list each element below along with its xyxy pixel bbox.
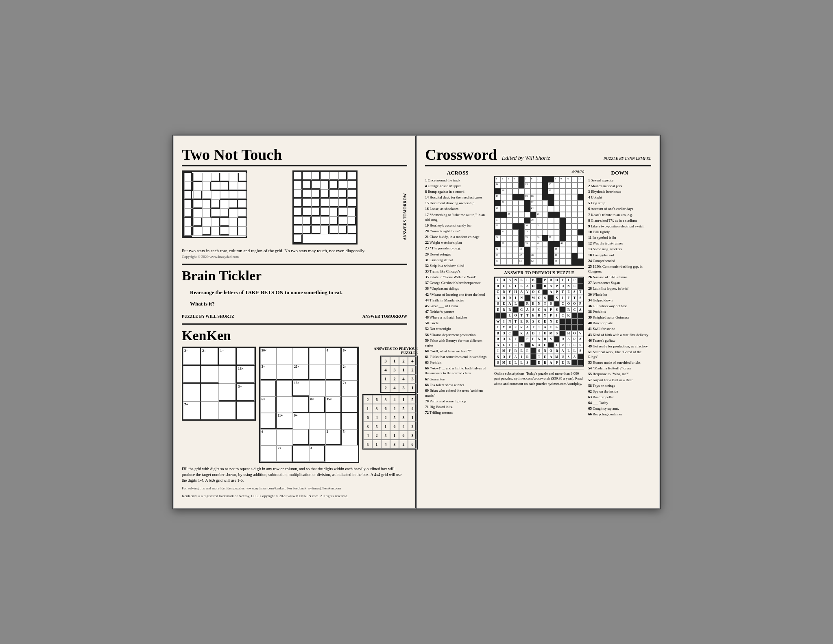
cell-11-8[interactable] [542,241,548,247]
cell-4-7[interactable] [536,200,542,206]
cell-7-14[interactable] [578,218,583,223]
cell-5-14[interactable] [578,206,583,212]
cell-9-14[interactable] [578,229,583,235]
cell-13-3[interactable] [512,253,518,259]
cell-12-5[interactable] [524,247,530,253]
cell-2-11[interactable] [560,188,565,194]
cell-7-5[interactable] [524,218,530,223]
cell-10-6[interactable] [530,235,536,241]
cell-8-5[interactable]: 30 [524,223,530,229]
cell-4-1[interactable]: 21 [501,200,506,206]
cell-14-14[interactable] [578,259,583,264]
cell-2-2[interactable] [507,188,512,194]
cell-4-14[interactable] [578,200,583,206]
cell-13-13[interactable] [571,253,577,259]
cell-0-5[interactable]: 5 [524,177,530,182]
cell-9-2[interactable] [507,229,512,235]
cell-9-9[interactable] [548,229,554,235]
cell-0-6[interactable]: 6 [530,177,536,182]
cell-3-1[interactable] [501,194,506,200]
cell-1-9[interactable]: 15 [548,182,554,188]
cell-6-0[interactable] [495,212,501,218]
cell-5-5[interactable] [524,206,530,212]
cell-0-0[interactable]: 1 [495,177,501,182]
cell-13-7[interactable] [536,253,542,259]
cell-8-14[interactable] [578,223,583,229]
cell-1-8[interactable] [542,182,548,188]
cell-11-12[interactable] [566,241,571,247]
cell-4-9[interactable] [548,200,554,206]
cell-1-12[interactable] [566,182,571,188]
cell-10-2[interactable] [507,235,512,241]
cell-0-13[interactable]: 11 [571,177,577,182]
cell-11-5[interactable]: 39 [524,241,530,247]
cell-12-11[interactable] [560,247,565,253]
cell-13-4[interactable]: 47 [519,253,524,259]
cell-12-8[interactable] [542,247,548,253]
cell-3-3[interactable] [512,194,518,200]
cell-0-3[interactable]: 4 [512,177,518,182]
cell-14-8[interactable] [542,259,548,264]
cell-6-13[interactable] [571,212,577,218]
cell-8-4[interactable] [519,223,524,229]
cell-7-2[interactable] [507,218,512,223]
cell-10-11[interactable] [560,235,565,241]
cell-7-1[interactable] [501,218,506,223]
cell-14-9[interactable] [548,259,554,264]
cell-5-10[interactable] [554,206,560,212]
cell-3-9[interactable] [548,194,554,200]
cell-2-6[interactable] [530,188,536,194]
cell-1-10[interactable] [554,182,560,188]
cell-9-12[interactable] [566,229,571,235]
cell-3-5[interactable]: 19 [524,194,530,200]
cell-14-1[interactable] [501,259,506,264]
cell-0-7[interactable]: 7 [536,177,542,182]
cell-12-0[interactable]: 42 [495,247,501,253]
cell-9-10[interactable] [554,229,560,235]
cell-5-1[interactable] [501,206,506,212]
cell-2-5[interactable] [524,188,530,194]
cell-8-10[interactable] [554,223,560,229]
cell-5-0[interactable]: 23 [495,206,501,212]
cell-11-6[interactable] [530,241,536,247]
cell-11-14[interactable] [578,241,583,247]
cell-6-12[interactable] [566,212,571,218]
cell-7-7[interactable] [536,218,542,223]
cell-7-0[interactable]: 27 [495,218,501,223]
cell-6-2[interactable]: 25 [507,212,512,218]
cell-14-4[interactable]: 51 [519,259,524,264]
cell-1-6[interactable] [530,182,536,188]
cell-1-2[interactable] [507,182,512,188]
cell-0-1[interactable]: 2 [501,177,506,182]
cell-5-8[interactable] [542,206,548,212]
cell-6-3[interactable] [512,212,518,218]
cell-2-3[interactable] [512,188,518,194]
cell-5-7[interactable] [536,206,542,212]
cell-9-5[interactable]: 33 [524,229,530,235]
cell-6-1[interactable] [501,212,506,218]
cell-12-4[interactable]: 43 [519,247,524,253]
cell-6-4[interactable] [519,212,524,218]
cell-1-13[interactable] [571,182,577,188]
cell-3-10[interactable] [554,194,560,200]
cell-11-2[interactable] [507,241,512,247]
cell-0-14[interactable]: 12 [578,177,583,182]
cell-13-11[interactable] [560,253,565,259]
cell-11-9[interactable] [548,241,554,247]
cell-12-7[interactable]: 44 [536,247,542,253]
cell-2-9[interactable]: 17 [548,188,554,194]
cell-4-3[interactable] [512,200,518,206]
cell-9-8[interactable] [542,229,548,235]
cell-10-8[interactable] [542,235,548,241]
cell-10-9[interactable]: 37 [548,235,554,241]
cell-13-14[interactable] [578,253,583,259]
cell-11-11[interactable]: 41 [560,241,565,247]
cell-2-1[interactable]: 16 [501,188,506,194]
cell-1-1[interactable] [501,182,506,188]
cell-2-4[interactable] [519,188,524,194]
cell-0-11[interactable]: 9 [560,177,565,182]
cell-11-13[interactable] [571,241,577,247]
cell-2-7[interactable] [536,188,542,194]
cell-0-4[interactable] [519,177,524,182]
cell-9-11[interactable] [560,229,565,235]
